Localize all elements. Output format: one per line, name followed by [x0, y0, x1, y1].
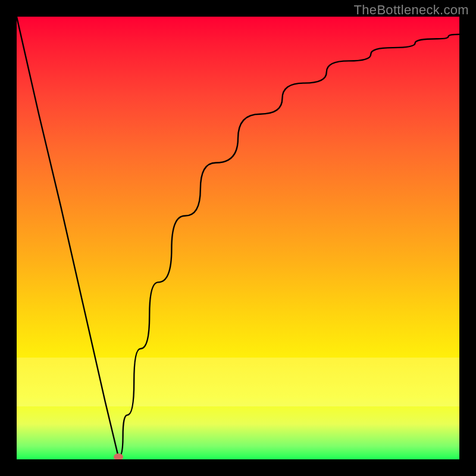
plot-area — [17, 17, 459, 459]
watermark-text: TheBottleneck.com — [354, 2, 469, 18]
chart-frame: TheBottleneck.com — [0, 0, 476, 476]
curve-svg — [17, 17, 459, 459]
minimum-marker — [114, 453, 123, 459]
bottleneck-curve-path — [17, 17, 459, 457]
